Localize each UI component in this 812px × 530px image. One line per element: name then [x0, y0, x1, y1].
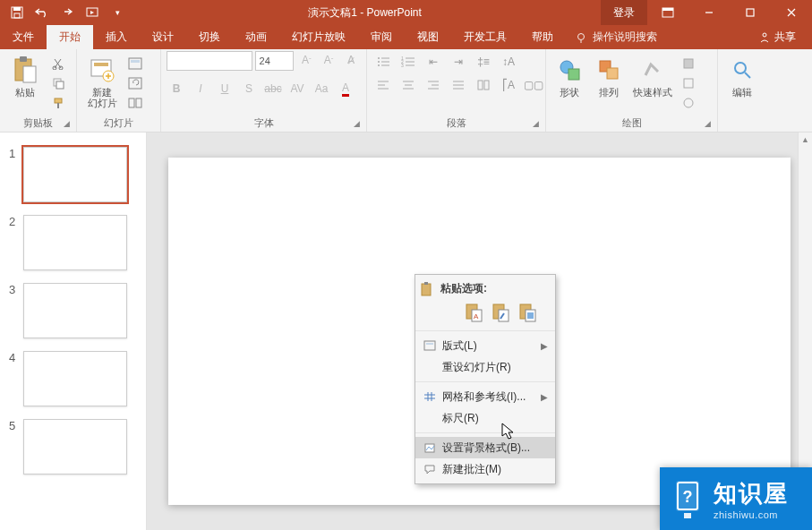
redo-button[interactable]	[56, 1, 79, 24]
arrange-label: 排列	[599, 87, 619, 98]
shape-fill-button[interactable]	[679, 55, 698, 73]
align-left-button[interactable]	[372, 76, 394, 94]
numbering-button[interactable]: 123	[397, 53, 419, 71]
align-right-button[interactable]	[423, 76, 444, 94]
strikethrough-button[interactable]: abc	[263, 80, 283, 98]
line-spacing-button[interactable]: ‡≡	[473, 53, 494, 71]
tab-file[interactable]: 文件	[0, 25, 47, 49]
tab-review[interactable]: 审阅	[358, 25, 405, 49]
menu-format-background[interactable]: 设置背景格式(B)...	[415, 437, 555, 458]
editing-button[interactable]: 编辑	[723, 51, 761, 98]
thumbnail-slide[interactable]	[23, 147, 127, 202]
format-painter-button[interactable]	[48, 94, 68, 112]
menu-grid-guides[interactable]: 网格和参考线(I)... ▶	[415, 386, 555, 407]
thumbnail-item[interactable]: 1	[0, 143, 146, 211]
shape-effects-button[interactable]	[679, 94, 698, 112]
tell-me-search[interactable]: 操作说明搜索	[566, 25, 666, 49]
copy-button[interactable]	[48, 74, 68, 92]
start-from-beginning-button[interactable]	[81, 1, 104, 24]
thumbnail-slide[interactable]	[23, 419, 127, 474]
group-clipboard: 粘贴 剪贴板 ◢	[0, 49, 77, 132]
underline-button[interactable]: U	[215, 80, 235, 98]
paste-keep-source-formatting-button[interactable]	[491, 302, 510, 323]
tab-help[interactable]: 帮助	[519, 25, 566, 49]
decrease-indent-button[interactable]: ⇤	[423, 53, 444, 71]
tab-transitions[interactable]: 切换	[186, 25, 233, 49]
svg-rect-61	[568, 69, 579, 80]
drawing-dialog-launcher[interactable]: ◢	[705, 119, 715, 130]
scroll-up-icon[interactable]: ▲	[799, 132, 812, 147]
italic-button[interactable]: I	[191, 80, 210, 98]
editing-group-label	[723, 116, 761, 132]
clear-formatting-button[interactable]: A̷	[341, 51, 361, 69]
thumbnail-item[interactable]: 3	[0, 279, 146, 347]
quick-styles-button[interactable]: 快速样式	[630, 51, 675, 98]
increase-indent-button[interactable]: ⇥	[448, 53, 469, 71]
align-text-button[interactable]: ⎡A	[498, 76, 519, 94]
paragraph-dialog-launcher[interactable]: ◢	[533, 119, 543, 130]
svg-point-67	[735, 63, 746, 73]
bold-button[interactable]: B	[167, 80, 186, 98]
font-dialog-launcher[interactable]: ◢	[354, 119, 364, 130]
undo-button[interactable]	[30, 1, 54, 24]
decrease-font-size-button[interactable]: Aˇ	[319, 51, 338, 69]
paste-picture-button[interactable]	[517, 302, 537, 323]
new-slide-button[interactable]: 新建 幻灯片	[82, 51, 122, 108]
shape-outline-button[interactable]	[679, 74, 698, 92]
layout-button[interactable]	[125, 55, 145, 73]
tab-animations[interactable]: 动画	[233, 25, 279, 49]
svg-rect-29	[129, 58, 141, 69]
shapes-button[interactable]: 形状	[551, 51, 587, 98]
tab-insert[interactable]: 插入	[93, 25, 140, 49]
tab-design[interactable]: 设计	[140, 25, 186, 49]
paste-use-destination-theme-button[interactable]: A	[464, 302, 483, 323]
group-drawing: 形状 排列 快速样式 绘图 ◢	[546, 49, 718, 132]
thumbnail-item[interactable]: 4	[0, 347, 146, 415]
thumbnail-slide[interactable]	[23, 351, 127, 406]
menu-layout[interactable]: 版式(L) ▶	[415, 335, 555, 356]
font-size-combo[interactable]: 24	[255, 51, 295, 71]
cut-button[interactable]	[48, 55, 68, 73]
group-font: 24 Aˆ Aˇ A̷ B I U S abc AV Aa A 字体 ◢	[161, 49, 367, 132]
smartart-button[interactable]: ▢▢	[523, 76, 544, 94]
font-name-combo[interactable]	[167, 51, 252, 71]
menu-reset-slide[interactable]: 重设幻灯片(R)	[415, 356, 555, 378]
slide-thumbnail-pane[interactable]: 1 2 3 4 5	[0, 132, 147, 530]
sign-in-button[interactable]: 登录	[601, 0, 647, 25]
align-center-button[interactable]	[397, 76, 419, 94]
clipboard-dialog-launcher[interactable]: ◢	[64, 119, 74, 130]
thumbnail-slide[interactable]	[23, 283, 127, 338]
minimize-button[interactable]	[688, 0, 730, 25]
text-direction-button[interactable]: ↕A	[498, 53, 519, 71]
tab-view[interactable]: 视图	[405, 25, 451, 49]
maximize-button[interactable]	[730, 0, 771, 25]
ribbon-display-options-button[interactable]	[647, 0, 688, 25]
reset-button[interactable]	[125, 74, 145, 92]
thumbnail-item[interactable]: 2	[0, 211, 146, 279]
shadow-button[interactable]: S	[239, 80, 259, 98]
menu-ruler[interactable]: 标尺(R)	[415, 407, 555, 429]
paste-button[interactable]: 粘贴	[5, 51, 45, 98]
bullets-button[interactable]	[372, 53, 394, 71]
save-button[interactable]	[5, 1, 29, 24]
font-color-button[interactable]: A	[336, 80, 355, 98]
tab-developer[interactable]: 开发工具	[451, 25, 519, 49]
menu-grid-guides-label: 网格和参考线(I)...	[442, 389, 541, 405]
change-case-button[interactable]: Aa	[312, 80, 331, 98]
svg-rect-59	[484, 81, 489, 90]
columns-button[interactable]	[473, 76, 494, 94]
tab-home[interactable]: 开始	[47, 25, 93, 49]
character-spacing-button[interactable]: AV	[287, 80, 307, 98]
share-button[interactable]: 共享	[742, 25, 812, 49]
thumbnail-slide[interactable]	[23, 215, 127, 270]
qat-customize-dropdown[interactable]: ▾	[106, 1, 129, 24]
arrange-button[interactable]: 排列	[591, 51, 627, 98]
menu-new-comment[interactable]: 新建批注(M)	[415, 458, 555, 480]
tab-slideshow[interactable]: 幻灯片放映	[279, 25, 358, 49]
section-button[interactable]	[125, 94, 145, 112]
thumbnail-item[interactable]: 5	[0, 415, 146, 483]
ribbon-tabs: 文件 开始 插入 设计 切换 动画 幻灯片放映 审阅 视图 开发工具 帮助 操作…	[0, 25, 812, 49]
justify-button[interactable]	[448, 76, 469, 94]
increase-font-size-button[interactable]: Aˆ	[296, 51, 316, 69]
close-button[interactable]	[771, 0, 812, 25]
